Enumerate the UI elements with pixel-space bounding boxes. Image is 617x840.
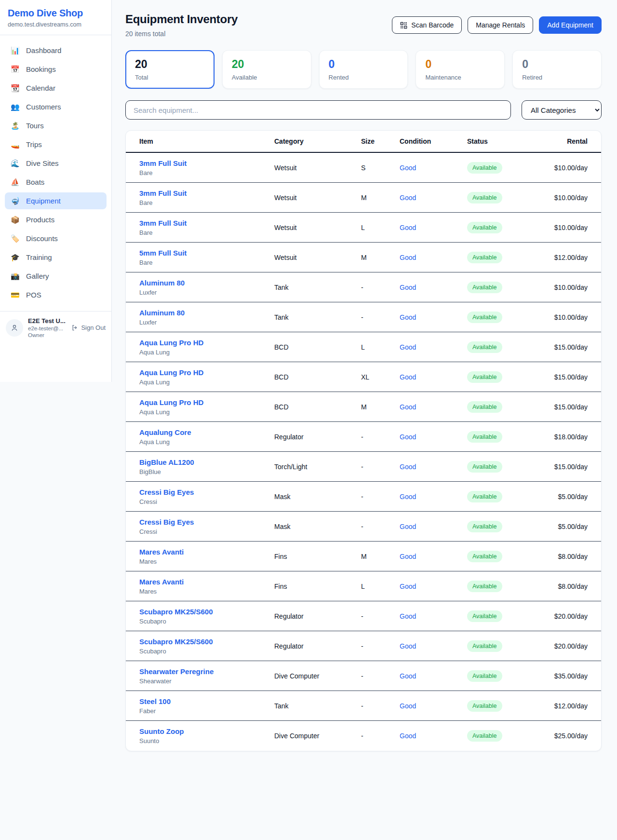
manage-rentals-button[interactable]: Manage Rentals — [468, 16, 533, 34]
item-name-link[interactable]: Aqua Lung Pro HD — [139, 368, 274, 377]
condition-link[interactable]: Good — [400, 583, 467, 590]
stat-card-available[interactable]: 20Available — [222, 50, 311, 89]
condition-link[interactable]: Good — [400, 164, 467, 172]
condition-link[interactable]: Good — [400, 284, 467, 291]
stat-card-retired[interactable]: 0Retired — [512, 50, 602, 89]
stat-label-retired: Retired — [522, 74, 592, 81]
sidebar-item-tours[interactable]: 🏝️Tours — [5, 117, 107, 134]
item-name-link[interactable]: Aqualung Core — [139, 428, 274, 436]
scan-barcode-button[interactable]: Scan Barcode — [392, 16, 462, 34]
item-name-link[interactable]: 3mm Full Suit — [139, 159, 274, 167]
condition-link[interactable]: Good — [400, 612, 467, 620]
category-cell: Wetsuit — [274, 194, 361, 202]
table-row: Cressi Big EyesCressiMask-GoodAvailable$… — [126, 482, 601, 512]
item-name-link[interactable]: Steel 100 — [139, 697, 274, 705]
logout-icon — [71, 324, 79, 331]
size-cell: L — [361, 224, 400, 231]
condition-link[interactable]: Good — [400, 642, 467, 650]
item-name-link[interactable]: 3mm Full Suit — [139, 189, 274, 197]
item-brand: Luxfer — [139, 319, 274, 326]
status-cell: Available — [467, 730, 530, 742]
sidebar-item-equipment[interactable]: 🤿Equipment — [5, 192, 107, 209]
sidebar-item-label: Products — [26, 216, 54, 224]
sidebar-item-pos[interactable]: 💳POS — [5, 286, 107, 303]
condition-link[interactable]: Good — [400, 403, 467, 411]
sidebar-item-bookings[interactable]: 📅Bookings — [5, 61, 107, 78]
condition-link[interactable]: Good — [400, 254, 467, 261]
condition-link[interactable]: Good — [400, 463, 467, 471]
item-brand: Bare — [139, 229, 274, 236]
item-cell: 3mm Full SuitBare — [139, 189, 274, 206]
item-brand: Aqua Lung — [139, 408, 274, 416]
search-input[interactable] — [125, 100, 511, 120]
size-cell: - — [361, 313, 400, 321]
item-name-link[interactable]: Aluminum 80 — [139, 279, 274, 287]
condition-link[interactable]: Good — [400, 493, 467, 501]
size-cell: M — [361, 254, 400, 261]
stat-card-maintenance[interactable]: 0Maintenance — [416, 50, 505, 89]
size-cell: M — [361, 553, 400, 560]
sidebar-item-customers[interactable]: 👥Customers — [5, 98, 107, 115]
status-cell: Available — [467, 700, 530, 712]
item-name-link[interactable]: Cressi Big Eyes — [139, 518, 274, 526]
condition-link[interactable]: Good — [400, 194, 467, 202]
item-name-link[interactable]: Scubapro MK25/S600 — [139, 608, 274, 616]
item-name-link[interactable]: 5mm Full Suit — [139, 249, 274, 257]
condition-link[interactable]: Good — [400, 523, 467, 530]
user-meta: E2E Test U... e2e-tester@... Owner — [28, 317, 67, 338]
category-cell: Mask — [274, 493, 361, 501]
sidebar-item-discounts[interactable]: 🏷️Discounts — [5, 230, 107, 247]
item-brand: Suunto — [139, 737, 274, 745]
status-badge: Available — [467, 700, 502, 712]
status-badge: Available — [467, 282, 502, 293]
sidebar-item-gallery[interactable]: 📸Gallery — [5, 268, 107, 285]
item-name-link[interactable]: 3mm Full Suit — [139, 219, 274, 227]
stat-card-total[interactable]: 20Total — [125, 50, 215, 89]
stat-label-total: Total — [135, 74, 205, 81]
condition-link[interactable]: Good — [400, 433, 467, 441]
size-cell: - — [361, 612, 400, 620]
item-cell: Mares AvantiMares — [139, 548, 274, 565]
condition-link[interactable]: Good — [400, 553, 467, 560]
condition-link[interactable]: Good — [400, 702, 467, 710]
sidebar-item-trips[interactable]: 🚤Trips — [5, 136, 107, 153]
item-name-link[interactable]: Scubapro MK25/S600 — [139, 637, 274, 646]
condition-link[interactable]: Good — [400, 343, 467, 351]
item-name-link[interactable]: BigBlue AL1200 — [139, 458, 274, 466]
sidebar-item-dive-sites[interactable]: 🌊Dive Sites — [5, 155, 107, 172]
size-cell: - — [361, 493, 400, 501]
condition-link[interactable]: Good — [400, 672, 467, 680]
condition-link[interactable]: Good — [400, 732, 467, 740]
condition-link[interactable]: Good — [400, 224, 467, 231]
sidebar-item-training[interactable]: 🎓Training — [5, 249, 107, 266]
page-title-block: Equipment Inventory 20 items total — [125, 13, 238, 38]
column-header-status: Status — [467, 137, 530, 145]
item-name-link[interactable]: Aluminum 80 — [139, 309, 274, 317]
rental-cell: $25.00/day — [530, 732, 588, 740]
status-badge: Available — [467, 640, 502, 652]
status-cell: Available — [467, 341, 530, 353]
item-name-link[interactable]: Suunto Zoop — [139, 727, 274, 735]
sidebar-item-boats[interactable]: ⛵Boats — [5, 174, 107, 190]
stat-card-rented[interactable]: 0Rented — [319, 50, 408, 89]
item-name-link[interactable]: Cressi Big Eyes — [139, 488, 274, 496]
item-name-link[interactable]: Aqua Lung Pro HD — [139, 339, 274, 347]
sidebar-item-dashboard[interactable]: 📊Dashboard — [5, 42, 107, 59]
item-name-link[interactable]: Mares Avanti — [139, 578, 274, 586]
stat-label-rented: Rented — [329, 74, 399, 81]
sidebar-item-calendar[interactable]: 📆Calendar — [5, 80, 107, 96]
sign-out-button[interactable]: Sign Out — [71, 324, 106, 331]
item-name-link[interactable]: Aqua Lung Pro HD — [139, 398, 274, 406]
size-cell: M — [361, 403, 400, 411]
sidebar-item-products[interactable]: 📦Products — [5, 211, 107, 228]
item-name-link[interactable]: Shearwater Peregrine — [139, 667, 274, 676]
condition-link[interactable]: Good — [400, 373, 467, 381]
add-equipment-button[interactable]: Add Equipment — [539, 16, 602, 34]
item-brand: Bare — [139, 169, 274, 176]
item-cell: Aluminum 80Luxfer — [139, 309, 274, 326]
rental-cell: $15.00/day — [530, 373, 588, 381]
condition-link[interactable]: Good — [400, 313, 467, 321]
item-brand: BigBlue — [139, 468, 274, 475]
category-select[interactable]: All Categories — [522, 100, 602, 120]
item-name-link[interactable]: Mares Avanti — [139, 548, 274, 556]
